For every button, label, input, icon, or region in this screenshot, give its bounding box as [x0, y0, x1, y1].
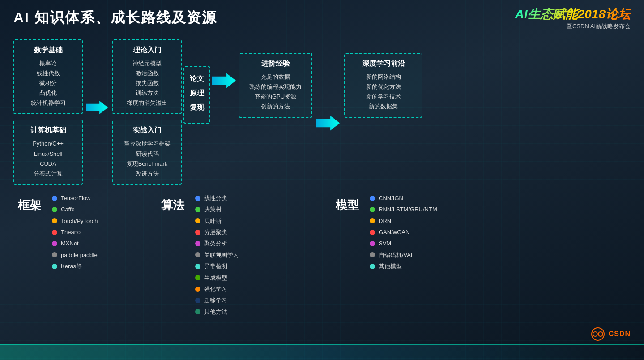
col2-intro: 理论入门 神经元模型 激活函数 损失函数 训练方法 梯度的消失溢出 实战入门 掌… [112, 39, 182, 185]
math-box: 数学基础 概率论 线性代数 微积分 凸优化 统计机器学习 [13, 39, 83, 114]
math-title: 数学基础 [21, 46, 75, 55]
alg-dot-11 [195, 309, 200, 314]
logo-title: AI生态赋能2018论坛 [515, 8, 631, 21]
practice-item-1: 掌握深度学习框架 [120, 139, 174, 149]
paper-box: 论文原理复现 [183, 66, 210, 124]
mdl-dot-6 [370, 252, 375, 257]
deep-section: 深度学习前沿 新的网络结构 新的优化方法 新的学习技术 新的数据集 [344, 53, 422, 118]
mdl-label-6: 自编码机/VAE [379, 250, 415, 260]
mdl-item-1: CNN/IGN [370, 193, 437, 203]
alg-dot-10 [195, 298, 200, 303]
practice-item-3: 复现Benchmark [120, 159, 174, 169]
deep-item-1: 新的网络结构 [352, 72, 414, 82]
practice-item-2: 研读代码 [120, 149, 174, 159]
computer-item-2: Linux/Shell [21, 149, 75, 159]
mdl-dot-1 [370, 196, 375, 201]
alg-item-2: 决策树 [195, 204, 239, 214]
bottom-section: 框架 TensorFlow Caffe Torch/PyTorch Theano [13, 193, 631, 317]
mdl-label-2: RNN/LSTM/GRU/NTM [379, 204, 437, 214]
paper-title: 论文原理复现 [190, 72, 204, 115]
alg-dot-7 [195, 264, 200, 269]
models-list: CNN/IGN RNN/LSTM/GRU/NTM DRN GAN/wGAN SV… [370, 193, 437, 272]
alg-dot-1 [195, 196, 200, 201]
deep-item-2: 新的优化方法 [352, 82, 414, 92]
alg-item-9: 强化学习 [195, 284, 239, 294]
mdl-label-5: SVM [379, 238, 391, 249]
alg-item-10: 迁移学习 [195, 295, 239, 305]
algorithms-list: 线性分类 决策树 贝叶斯 分层聚类 聚类分析 [195, 193, 239, 317]
advanced-section: 进阶经验 充足的数据 熟练的编程实现能力 充裕的GPU资源 创新的方法 [239, 53, 312, 118]
arrow2-icon [212, 72, 237, 90]
math-item-2: 线性代数 [21, 69, 75, 78]
deep-box: 深度学习前沿 新的网络结构 新的优化方法 新的学习技术 新的数据集 [344, 53, 422, 118]
alg-label-10: 迁移学习 [204, 295, 227, 305]
svg-marker-2 [316, 116, 340, 131]
fw-dot-4 [52, 230, 57, 235]
arrow2 [212, 72, 237, 91]
mdl-dot-5 [370, 241, 375, 246]
mdl-dot-3 [370, 218, 375, 223]
computer-box: 计算机基础 Python/C++ Linux/Shell CUDA 分布式计算 [13, 120, 83, 184]
fw-item-7: Keras等 [52, 261, 98, 271]
practice-box: 实战入门 掌握深度学习框架 研读代码 复现Benchmark 改进方法 [112, 120, 182, 184]
computer-item-3: CUDA [21, 159, 75, 169]
fw-label-7: Keras等 [61, 261, 82, 271]
models-section: 模型 CNN/IGN RNN/LSTM/GRU/NTM DRN GAN/wGAN [336, 193, 506, 317]
logo-area: AI生态赋能2018论坛 暨CSDN AI新战略发布会 [515, 8, 631, 30]
advanced-box: 进阶经验 充足的数据 熟练的编程实现能力 充裕的GPU资源 创新的方法 [239, 53, 312, 118]
fw-dot-2 [52, 207, 57, 212]
fw-dot-1 [52, 196, 57, 201]
fw-dot-7 [52, 264, 57, 269]
mdl-item-4: GAN/wGAN [370, 227, 437, 237]
svg-marker-1 [212, 73, 236, 88]
alg-item-3: 贝叶斯 [195, 216, 239, 226]
fw-label-6: paddle paddle [61, 250, 98, 260]
alg-dot-4 [195, 230, 200, 235]
alg-label-11: 其他方法 [204, 307, 227, 317]
theory-item-3: 损失函数 [120, 78, 174, 88]
alg-label-4: 分层聚类 [204, 227, 227, 237]
adv-item-4: 创新的方法 [247, 102, 304, 111]
alg-label-6: 关联规则学习 [204, 250, 239, 260]
theory-title: 理论入门 [120, 46, 174, 55]
alg-item-4: 分层聚类 [195, 227, 239, 237]
fw-dot-3 [52, 218, 57, 223]
algorithms-section: 算法 线性分类 决策树 贝叶斯 分层聚类 [161, 193, 313, 317]
adv-item-2: 熟练的编程实现能力 [247, 82, 304, 92]
alg-item-11: 其他方法 [195, 307, 239, 317]
frameworks-title: 框架 [18, 197, 41, 213]
alg-dot-6 [195, 252, 200, 257]
deep-item-3: 新的学习技术 [352, 92, 414, 102]
fw-dot-6 [52, 252, 57, 257]
alg-label-1: 线性分类 [204, 193, 227, 203]
mdl-label-4: GAN/wGAN [379, 227, 409, 237]
alg-label-8: 生成模型 [204, 273, 227, 283]
alg-label-7: 异常检测 [204, 261, 227, 271]
fw-label-1: TensorFlow [61, 193, 90, 203]
bottom-bar [0, 344, 644, 360]
theory-item-2: 激活函数 [120, 69, 174, 78]
header: AI 知识体系、成长路线及资源 AI生态赋能2018论坛 暨CSDN AI新战略… [13, 8, 631, 30]
mdl-label-1: CNN/IGN [379, 193, 403, 203]
mdl-dot-7 [370, 264, 375, 269]
paper-section: 论文原理复现 [183, 39, 237, 124]
arrow1-icon [86, 99, 109, 116]
practice-title: 实战入门 [120, 126, 174, 135]
mdl-item-2: RNN/LSTM/GRU/NTM [370, 204, 437, 214]
alg-item-8: 生成模型 [195, 273, 239, 283]
mdl-label-3: DRN [379, 216, 391, 226]
fw-label-2: Caffe [61, 204, 75, 214]
arrow1 [85, 99, 111, 116]
math-item-3: 微积分 [21, 78, 75, 88]
advanced-title: 进阶经验 [247, 59, 304, 69]
fw-item-5: MXNet [52, 238, 98, 249]
alg-label-5: 聚类分析 [204, 238, 227, 249]
algorithms-title: 算法 [161, 197, 184, 213]
fw-item-6: paddle paddle [52, 250, 98, 260]
math-item-5: 统计机器学习 [21, 98, 75, 108]
mdl-dot-2 [370, 207, 375, 212]
deep-title: 深度学习前沿 [352, 59, 414, 69]
fw-item-3: Torch/PyTorch [52, 216, 98, 226]
models-title: 模型 [336, 197, 359, 213]
alg-dot-5 [195, 241, 200, 246]
